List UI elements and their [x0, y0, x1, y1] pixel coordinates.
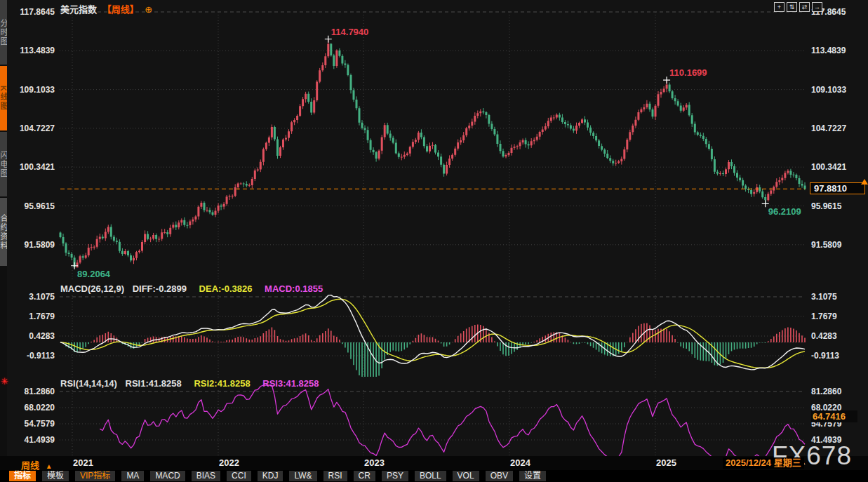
macd-dea-line [60, 299, 805, 368]
last-date-label: 2025/12/24 星期三 [723, 457, 804, 469]
rsi-line [100, 385, 805, 457]
y-axis-label: 0.4283 [811, 331, 866, 341]
crosshair-icon[interactable]: + [774, 2, 784, 12]
rsi-name: RSI(14,14,14) [60, 378, 117, 389]
y-axis-label: 113.4839 [811, 46, 866, 55]
y-axis-label: 95.9615 [811, 201, 866, 211]
y-axis-label: 91.5809 [8, 240, 55, 250]
y-axis-label: 91.5809 [811, 240, 866, 250]
indicator-button-RSI[interactable]: RSI [323, 471, 347, 481]
indicator-button-VIP指标[interactable]: VIP指标 [75, 471, 115, 481]
x-axis-year-label: 2021 [73, 457, 93, 468]
rsi1-value: RSI1:41.8258 [126, 378, 182, 389]
y-axis-label: 54.7579 [8, 419, 55, 429]
sidebar-tab-time-chart[interactable]: 分时图 [0, 0, 7, 65]
macd-histogram-positive [60, 323, 805, 343]
macd-hist-value: MACD:0.1855 [265, 283, 323, 294]
y-axis-label: 95.9615 [8, 201, 55, 211]
y-axis-label: 109.1033 [8, 85, 55, 95]
y-axis-label: 3.1075 [811, 292, 866, 302]
y-axis-label: 3.1075 [8, 292, 55, 302]
period-tag: 【周线】 [102, 4, 139, 15]
macd-diff-value: DIFF:-0.2899 [133, 283, 187, 294]
y-axis-label: 1.7679 [8, 312, 55, 321]
sidebar-tab-flash-chart[interactable]: 闪电图 [0, 132, 7, 196]
indicator-button-PSY[interactable]: PSY [382, 471, 408, 481]
goto-latest-icon[interactable]: → [812, 2, 822, 12]
indicator-button-BOLL[interactable]: BOLL [415, 471, 446, 481]
indicator-button-CR[interactable]: CR [354, 471, 375, 481]
chart-application-window: 分时图 K线图 闪电图 合约资料 ✳ 美元指数 【周线】 ⊕ + ⇅ ⇄ → M… [0, 0, 868, 482]
macd-dea-value: DEA:-0.3826 [199, 283, 253, 294]
price-marker-label: 89.2064 [77, 269, 110, 279]
y-axis-label: 81.2860 [8, 387, 55, 396]
x-axis-year-label: 2023 [364, 457, 385, 468]
indicator-button-VOL[interactable]: VOL [453, 471, 479, 481]
rsi3-value: RSI3:41.8258 [262, 378, 319, 389]
instrument-title: 美元指数 [60, 4, 97, 15]
y-axis-label: -0.9113 [8, 351, 55, 361]
indicator-button-CCI[interactable]: CCI [227, 471, 251, 481]
rsi2-value: RSI2:41.8258 [194, 378, 250, 389]
add-indicator-icon[interactable]: ⊕ [145, 4, 152, 15]
indicator-button-模板[interactable]: 模板 [42, 471, 69, 481]
y-axis-label: 81.2860 [811, 387, 866, 396]
live-indicator-icon: ✳ [1, 376, 8, 387]
indicator-button-设置[interactable]: 设置 [519, 471, 546, 481]
price-marker-label: 110.1699 [669, 67, 707, 78]
window-controls: + ⇅ ⇄ → [774, 2, 822, 12]
x-axis-year-label: 2022 [219, 457, 239, 468]
y-axis-label: 104.7227 [811, 123, 866, 133]
macd-histogram-negative [63, 342, 766, 377]
last-price-label: 97.8810 [810, 182, 865, 194]
y-axis-label: 100.3421 [8, 162, 55, 172]
price-marker-label: 114.7940 [331, 27, 369, 37]
chevron-up-icon: ▲ [46, 462, 53, 470]
indicator-button-BIAS[interactable]: BIAS [192, 471, 220, 481]
rsi-pane-title: RSI(14,14,14) RSI1:41.8258 RSI2:41.8258 … [60, 378, 319, 389]
y-axis-label: 117.8645 [8, 7, 55, 17]
period-selector-label: 周线 [21, 460, 39, 471]
y-axis-label: 68.0220 [8, 403, 55, 413]
sidebar-tab-kline-chart[interactable]: K线图 [0, 66, 7, 130]
y-axis-label: 100.3421 [811, 162, 866, 172]
macd-diff-line [60, 295, 805, 370]
indicator-button-LW&[interactable]: LW& [289, 471, 316, 481]
zoom-x-axis-icon[interactable]: ⇄ [799, 2, 810, 12]
indicator-toolbar: 指标模板VIP指标MAMACDBIASCCIKDJLW&RSICRPSYBOLL… [0, 470, 868, 482]
rsi-axis-value-label: 64.7416 [811, 410, 857, 422]
indicator-button-OBV[interactable]: OBV [486, 471, 513, 481]
indicator-button-MA[interactable]: MA [121, 471, 144, 481]
y-axis-label: 104.7227 [8, 123, 55, 133]
y-axis-label: 41.4939 [8, 435, 55, 445]
y-axis-label: 1.7679 [811, 312, 866, 321]
price-marker-label: 96.2109 [768, 206, 801, 217]
y-axis-label: 0.4283 [8, 331, 55, 341]
indicator-button-MACD[interactable]: MACD [150, 471, 185, 481]
indicator-button-KDJ[interactable]: KDJ [258, 471, 283, 481]
left-sidebar: 分时图 K线图 闪电图 合约资料 [0, 0, 7, 482]
macd-pane-title: MACD(26,12,9) DIFF:-0.2899 DEA:-0.3826 M… [60, 283, 323, 294]
macd-name: MACD(26,12,9) [60, 283, 124, 294]
price-pointer-icon [861, 179, 868, 185]
x-axis-year-label: 2024 [510, 457, 530, 468]
y-axis-label: -0.9113 [811, 351, 866, 361]
indicator-button-指标[interactable]: 指标 [9, 471, 36, 481]
y-axis-label: 113.4839 [8, 46, 55, 55]
sidebar-tab-contract-info[interactable]: 合约资料 [0, 198, 7, 266]
y-axis-label: 109.1033 [811, 85, 866, 95]
zoom-y-axis-icon[interactable]: ⇅ [787, 2, 797, 12]
chart-header: 美元指数 【周线】 ⊕ [60, 2, 152, 15]
chart-canvas[interactable] [0, 0, 868, 482]
x-axis-year-label: 2025 [656, 457, 676, 468]
